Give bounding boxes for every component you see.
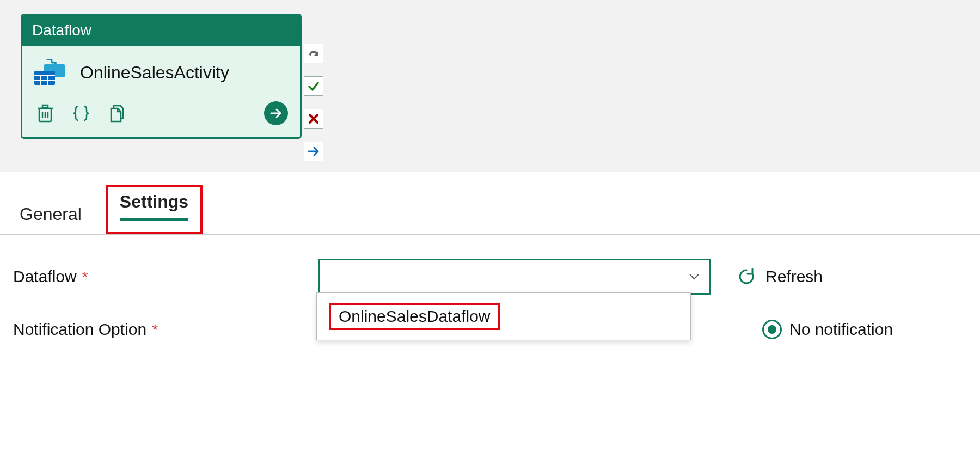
properties-panel: General Settings Dataflow* bbox=[0, 172, 980, 339]
braces-icon bbox=[72, 104, 90, 123]
tab-general-label: General bbox=[20, 204, 82, 224]
annotation-option-highlight: OnlineSalesDataflow bbox=[329, 303, 500, 330]
x-icon bbox=[308, 113, 319, 124]
notification-radio-label: No notification bbox=[789, 320, 893, 339]
activity-card-footer bbox=[22, 91, 300, 137]
dataflow-field-label: Dataflow* bbox=[13, 267, 318, 286]
dataflow-option-label: OnlineSalesDataflow bbox=[339, 307, 490, 325]
refresh-label: Refresh bbox=[765, 267, 823, 286]
notification-label-text: Notification Option bbox=[13, 320, 146, 338]
required-asterisk: * bbox=[152, 321, 158, 338]
radio-icon bbox=[762, 320, 782, 339]
tab-settings-label: Settings bbox=[120, 192, 188, 211]
dataflow-activity-card[interactable]: Dataflow OnlineSalesActivity bbox=[21, 14, 302, 139]
activity-side-handles bbox=[304, 44, 323, 174]
arrow-right-blue-icon bbox=[308, 145, 320, 157]
arrow-right-icon bbox=[270, 107, 282, 119]
pipeline-canvas[interactable]: Dataflow OnlineSalesActivity bbox=[0, 0, 980, 172]
code-braces-button[interactable] bbox=[70, 102, 92, 124]
activity-card-body: OnlineSalesActivity bbox=[22, 46, 300, 91]
dataflow-field-row: Dataflow* OnlineSalesDataflow bbox=[13, 259, 967, 295]
copy-icon bbox=[109, 104, 125, 123]
activity-type-label: Dataflow bbox=[32, 22, 91, 39]
dataflow-select-wrap: OnlineSalesDataflow bbox=[318, 259, 711, 295]
notification-radio-no-notification[interactable]: No notification bbox=[762, 320, 893, 339]
success-handle[interactable] bbox=[304, 76, 323, 96]
dataflow-dropdown: OnlineSalesDataflow bbox=[316, 292, 691, 340]
annotation-settings-highlight: Settings bbox=[106, 185, 203, 234]
svg-rect-11 bbox=[42, 105, 48, 108]
delete-activity-button[interactable] bbox=[34, 102, 56, 124]
dataflow-icon bbox=[34, 59, 67, 86]
redo-icon bbox=[308, 48, 320, 58]
check-icon bbox=[308, 80, 320, 92]
tab-general[interactable]: General bbox=[13, 201, 88, 234]
activity-name-label: OnlineSalesActivity bbox=[80, 63, 229, 83]
tab-settings[interactable]: Settings bbox=[113, 188, 195, 231]
go-to-details-button[interactable] bbox=[264, 101, 288, 125]
retry-handle[interactable] bbox=[304, 44, 323, 63]
activity-card-header: Dataflow bbox=[22, 15, 300, 46]
chevron-down-icon bbox=[689, 273, 700, 280]
dataflow-label-text: Dataflow bbox=[13, 267, 77, 285]
required-asterisk: * bbox=[82, 268, 88, 285]
dataflow-dropdown-item[interactable]: OnlineSalesDataflow bbox=[317, 293, 690, 340]
refresh-button[interactable]: Refresh bbox=[737, 267, 823, 286]
settings-form: Dataflow* OnlineSalesDataflow bbox=[0, 235, 980, 339]
refresh-icon bbox=[737, 267, 756, 286]
svg-rect-1 bbox=[34, 71, 55, 85]
copy-activity-button[interactable] bbox=[106, 102, 128, 124]
failure-handle[interactable] bbox=[304, 109, 323, 129]
trash-icon bbox=[37, 104, 53, 123]
notification-field-label: Notification Option* bbox=[13, 320, 318, 339]
dataflow-select[interactable] bbox=[318, 259, 711, 295]
properties-tabs: General Settings bbox=[0, 172, 980, 235]
completion-handle[interactable] bbox=[304, 142, 323, 161]
